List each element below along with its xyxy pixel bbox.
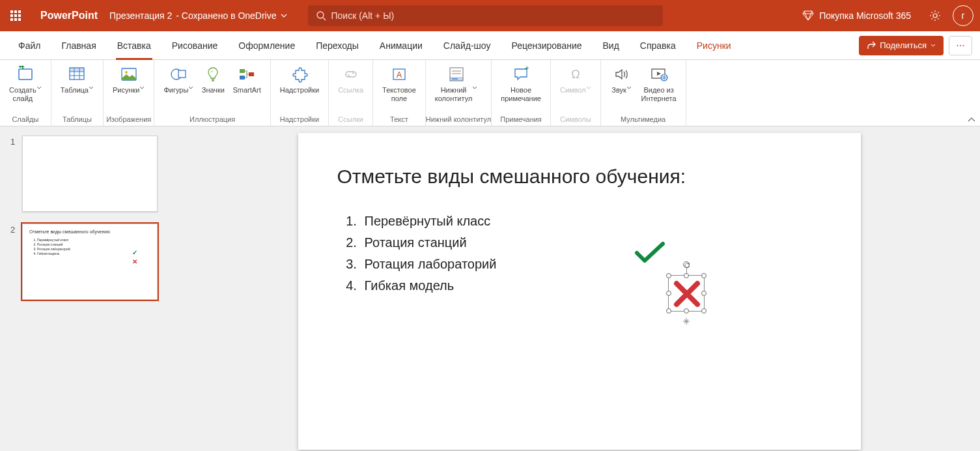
thumb-list-item: Ротация станций — [37, 242, 150, 246]
ribbon-button[interactable]: +Создатьслайд — [5, 63, 46, 106]
share-button[interactable]: Поделиться — [859, 36, 944, 55]
ribbon-button-label: Символ — [560, 86, 591, 104]
buy-label: Покупка Microsoft 365 — [819, 10, 911, 21]
ellipsis-icon: ··· — [956, 40, 964, 51]
slide-thumbnail-1[interactable] — [22, 136, 158, 212]
list-item[interactable]: Ротация лабораторий — [361, 257, 822, 272]
slide-thumbnails-panel[interactable]: 1 2 Отметьте виды смешанного обучения: П… — [0, 126, 178, 451]
tab-design[interactable]: Оформление — [228, 31, 305, 60]
tab-draw[interactable]: Рисование — [161, 31, 229, 60]
ribbon-group: +НовоепримечаниеПримечания — [492, 60, 551, 126]
ribbon-button[interactable]: SmartArt — [229, 63, 264, 106]
waffle-icon — [10, 10, 21, 21]
checkmark-shape[interactable] — [634, 241, 665, 265]
ribbon-button[interactable]: Надстройки — [276, 63, 323, 106]
x-icon: ✕ — [132, 258, 137, 265]
ribbon-button-icon — [650, 64, 668, 85]
ribbon-button: ΩСимвол — [556, 63, 595, 106]
ribbon-group-label: Мультимедиа — [601, 114, 686, 126]
ribbon-group: СсылкаСсылки — [329, 60, 373, 126]
tab-view[interactable]: Вид — [593, 31, 630, 60]
ribbon-button-icon — [290, 64, 309, 85]
ribbon-button[interactable]: AТекстовоеполе — [378, 63, 420, 106]
ribbon-button[interactable]: Таблица — [57, 63, 98, 106]
user-avatar[interactable]: г — [953, 5, 973, 26]
settings-button[interactable] — [924, 10, 946, 22]
tab-slideshow[interactable]: Слайд-шоу — [433, 31, 501, 60]
ribbon-group: ΩСимвол Символы — [551, 60, 601, 126]
ribbon-button-label: Надстройки — [280, 86, 319, 104]
slide-thumbnail-2[interactable]: Отметьте виды смешанного обучения: Перев… — [22, 224, 158, 300]
share-label: Поделиться — [880, 40, 927, 50]
list-item[interactable]: Ротация станций — [361, 235, 822, 250]
ribbon-button-label: Текстовоеполе — [382, 86, 416, 104]
ribbon-button-icon: Ω — [567, 64, 585, 85]
check-icon: ✓ — [132, 249, 137, 256]
rotate-handle[interactable] — [683, 261, 690, 268]
ribbon-button: Ссылка — [334, 63, 367, 106]
ribbon: +Создатьслайд СлайдыТаблица ТаблицыРисун… — [0, 60, 980, 126]
search-icon — [316, 10, 326, 21]
list-item[interactable]: Гибкая модель — [361, 278, 822, 293]
slide-title[interactable]: Отметьте виды смешанного обучения: — [337, 166, 822, 188]
tab-transitions[interactable]: Переходы — [305, 31, 369, 60]
tab-insert[interactable]: Вставка — [107, 31, 161, 60]
ribbon-group-label: Надстройки — [271, 114, 328, 126]
ribbon-button[interactable]: Значки — [197, 63, 229, 106]
tab-file[interactable]: Файл — [8, 31, 51, 60]
slide-canvas-area[interactable]: Отметьте виды смешанного обучения: Перев… — [178, 126, 980, 451]
avatar-letter: г — [961, 10, 964, 21]
search-box[interactable] — [308, 5, 663, 26]
list-item[interactable]: Перевёрнутый класс — [361, 214, 822, 229]
slide[interactable]: Отметьте виды смешанного обучения: Перев… — [298, 133, 861, 450]
gear-icon — [929, 10, 941, 22]
chevron-down-icon — [281, 14, 287, 18]
ribbon-group: Рисунки Изображения — [104, 60, 155, 126]
svg-rect-15 — [240, 69, 245, 73]
ribbon-tabs: Файл Главная Вставка Рисование Оформлени… — [0, 31, 980, 60]
svg-rect-17 — [249, 72, 254, 76]
tab-home[interactable]: Главная — [51, 31, 106, 60]
ribbon-group: НадстройкиНадстройки — [271, 60, 329, 126]
thumb-number: 1 — [10, 136, 22, 147]
ribbon-button[interactable]: Фигуры — [160, 63, 197, 106]
size-handle[interactable] — [682, 317, 690, 325]
ribbon-button-label: Видео изИнтернета — [641, 86, 677, 104]
slide-list[interactable]: Перевёрнутый класс Ротация станций Ротац… — [337, 214, 822, 293]
ribbon-button-icon — [238, 64, 256, 85]
ribbon-button-icon — [447, 64, 466, 85]
ribbon-group-label: Таблицы — [51, 114, 103, 126]
ribbon-button-label: Таблица — [61, 86, 94, 104]
ribbon-group: Нижнийколонтитул Нижний колонтитул — [426, 60, 492, 126]
ribbon-group-label: Нижний колонтитул — [426, 114, 491, 126]
svg-rect-14 — [178, 70, 186, 78]
ribbon-button-icon — [613, 64, 631, 85]
tab-help[interactable]: Справка — [630, 31, 686, 60]
ribbon-button-icon — [169, 64, 188, 85]
ribbon-button[interactable]: +Новоепримечание — [497, 63, 545, 106]
collapse-ribbon-button[interactable] — [967, 117, 976, 123]
app-launcher-button[interactable] — [0, 0, 31, 31]
search-input[interactable] — [331, 10, 655, 21]
tab-animations[interactable]: Анимации — [369, 31, 433, 60]
svg-rect-16 — [240, 76, 245, 80]
ribbon-group: AТекстовоеполеТекст — [373, 60, 426, 126]
ribbon-button[interactable]: Рисунки — [109, 63, 149, 106]
svg-point-0 — [317, 12, 324, 18]
buy-microsoft365-button[interactable]: Покупка Microsoft 365 — [796, 10, 917, 21]
ribbon-button[interactable]: Нижнийколонтитул — [431, 63, 482, 106]
share-icon — [867, 41, 876, 50]
ribbon-button-label: Фигуры — [163, 86, 193, 104]
ribbon-button-label: Значки — [202, 86, 225, 104]
ribbon-button[interactable]: Звук — [606, 63, 637, 106]
thumb-list-item: Перевёрнутый класс — [37, 238, 150, 242]
ribbon-button[interactable]: Видео изИнтернета — [637, 63, 680, 106]
more-options-button[interactable]: ··· — [949, 36, 972, 55]
document-title[interactable]: Презентация 2 - Сохранено в OneDrive — [107, 10, 287, 21]
svg-point-12 — [125, 71, 128, 74]
app-name: PowerPoint — [31, 10, 107, 22]
ribbon-group: Звук Видео изИнтернетаМультимедиа — [601, 60, 686, 126]
tab-review[interactable]: Рецензирование — [501, 31, 592, 60]
tab-pictures-context[interactable]: Рисунки — [686, 31, 742, 60]
thumb-title: Отметьте виды смешанного обучения: — [29, 229, 150, 234]
